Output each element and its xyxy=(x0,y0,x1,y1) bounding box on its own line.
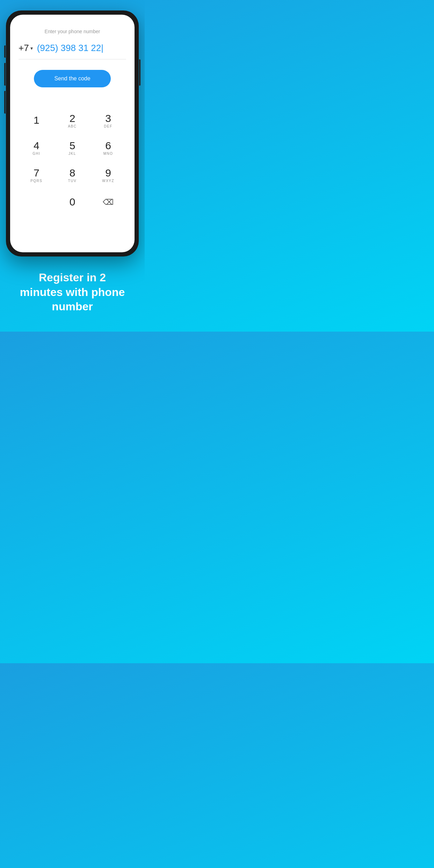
key-2-letters: ABC xyxy=(68,124,77,128)
key-3-letters: DEF xyxy=(104,124,113,128)
country-code-selector[interactable]: +7 ▾ xyxy=(19,43,33,53)
key-6-letters: MNO xyxy=(103,152,113,155)
phone-power-button xyxy=(139,59,140,86)
key-1[interactable]: 1 xyxy=(19,108,54,133)
promo-text: Register in 2 minutes with phone number xyxy=(17,270,127,314)
key-8[interactable]: 8 TUV xyxy=(55,163,90,187)
delete-icon: ⌫ xyxy=(103,198,114,207)
keypad-row-2: 4 GHI 5 JKL 6 MNO xyxy=(19,136,126,160)
phone-input-label: Enter your phone number xyxy=(19,29,126,34)
key-9-letters: WXYZ xyxy=(102,179,114,183)
key-6-num: 6 xyxy=(105,140,111,151)
keypad-row-1: 1 2 ABC 3 DEF xyxy=(19,108,126,133)
key-4-letters: GHI xyxy=(32,152,40,155)
phone-frame: Enter your phone number +7 ▾ (925) 398 3… xyxy=(6,10,139,256)
key-empty xyxy=(19,190,54,215)
key-7[interactable]: 7 PQRS xyxy=(19,163,54,187)
key-4[interactable]: 4 GHI xyxy=(19,136,54,160)
key-2-num: 2 xyxy=(70,113,75,124)
country-code-value: +7 xyxy=(19,43,29,53)
key-3-num: 3 xyxy=(105,113,111,124)
phone-number-value: (925) 398 31 22 xyxy=(37,43,101,53)
keypad-row-3: 7 PQRS 8 TUV 9 WXYZ xyxy=(19,163,126,187)
dropdown-arrow-icon: ▾ xyxy=(30,45,33,51)
phone-screen: Enter your phone number +7 ▾ (925) 398 3… xyxy=(10,15,135,252)
key-7-letters: PQRS xyxy=(30,179,42,183)
key-5-letters: JKL xyxy=(68,152,76,155)
phone-number-display[interactable]: (925) 398 31 22| xyxy=(37,43,126,53)
keypad-row-4: 0 ⌫ xyxy=(19,190,126,215)
key-6[interactable]: 6 MNO xyxy=(91,136,126,160)
spacer xyxy=(19,98,126,108)
key-0[interactable]: 0 xyxy=(55,190,90,215)
key-4-num: 4 xyxy=(34,140,39,151)
key-1-num: 1 xyxy=(34,115,39,125)
key-2[interactable]: 2 ABC xyxy=(55,108,90,133)
keypad: 1 2 ABC 3 DEF xyxy=(19,108,126,224)
promo-section: Register in 2 minutes with phone number xyxy=(0,256,145,332)
key-8-letters: TUV xyxy=(68,179,77,183)
key-3[interactable]: 3 DEF xyxy=(91,108,126,133)
cursor: | xyxy=(101,43,103,53)
key-9[interactable]: 9 WXYZ xyxy=(91,163,126,187)
phone-side-buttons xyxy=(4,45,6,58)
key-8-num: 8 xyxy=(70,168,75,178)
key-7-num: 7 xyxy=(34,168,39,178)
key-5-num: 5 xyxy=(70,140,75,151)
screen-content: Enter your phone number +7 ▾ (925) 398 3… xyxy=(10,15,135,252)
phone-wrapper: Enter your phone number +7 ▾ (925) 398 3… xyxy=(6,10,139,256)
phone-input-row: +7 ▾ (925) 398 31 22| xyxy=(19,40,126,59)
key-5[interactable]: 5 JKL xyxy=(55,136,90,160)
send-code-button[interactable]: Send the code xyxy=(34,70,111,87)
key-0-num: 0 xyxy=(70,197,75,207)
key-delete[interactable]: ⌫ xyxy=(91,190,126,215)
key-9-num: 9 xyxy=(105,168,111,178)
